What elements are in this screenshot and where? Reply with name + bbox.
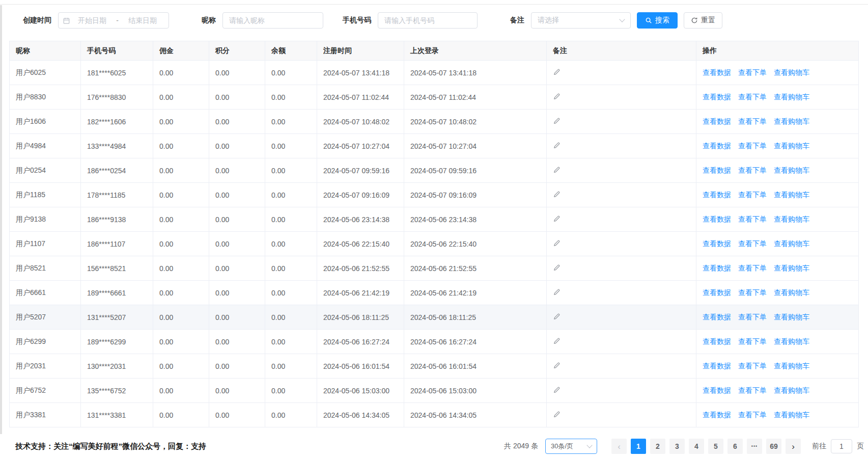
edit-remark-icon[interactable] [553,386,561,394]
left-scrollbar[interactable] [0,5,2,434]
remark-select[interactable]: 请选择 [531,12,631,29]
view-orders-link[interactable]: 查看下单 [738,264,767,272]
prev-page-button[interactable]: ‹ [611,439,627,454]
page-button-6[interactable]: 6 [727,439,743,454]
view-orders-link[interactable]: 查看下单 [738,362,767,370]
edit-remark-icon[interactable] [553,93,561,100]
page-button-2[interactable]: 2 [650,439,665,454]
view-data-link[interactable]: 查看数据 [703,117,731,125]
view-data-link[interactable]: 查看数据 [703,288,731,297]
page-button-3[interactable]: 3 [669,439,685,454]
reset-button[interactable]: 重置 [684,12,722,29]
page-size-select[interactable]: 30条/页 [545,439,597,454]
view-cart-link[interactable]: 查看购物车 [774,142,809,150]
edit-remark-icon[interactable] [553,191,561,198]
view-data-link[interactable]: 查看数据 [703,93,731,101]
remark-cell [547,281,696,305]
view-cart-link[interactable]: 查看购物车 [774,93,809,101]
view-data-link[interactable]: 查看数据 [703,239,731,248]
next-page-button[interactable]: › [786,439,801,454]
view-data-link[interactable]: 查看数据 [703,386,731,394]
view-cart-link[interactable]: 查看购物车 [774,239,809,248]
view-cart-link[interactable]: 查看购物车 [774,68,809,76]
view-cart-link[interactable]: 查看购物车 [774,313,809,321]
view-orders-link[interactable]: 查看下单 [738,337,767,345]
view-data-link[interactable]: 查看数据 [703,142,731,150]
actions-cell: 查看数据查看下单查看购物车 [696,256,859,281]
view-orders-link[interactable]: 查看下单 [738,166,767,174]
view-orders-link[interactable]: 查看下单 [738,288,767,297]
page-button-4[interactable]: 4 [689,439,704,454]
nickname-input[interactable] [222,12,323,29]
search-button[interactable]: 搜索 [637,12,678,29]
edit-remark-icon[interactable] [553,142,561,149]
edit-remark-icon[interactable] [553,337,561,345]
view-orders-link[interactable]: 查看下单 [738,386,767,394]
view-data-link[interactable]: 查看数据 [703,264,731,272]
view-data-link[interactable]: 查看数据 [703,215,731,223]
table-row: 用户4984133****49840.000.000.002024-05-07 … [10,134,859,158]
edit-remark-icon[interactable] [553,215,561,223]
points-cell: 0.00 [209,232,265,256]
start-date-input[interactable] [70,16,114,25]
view-orders-link[interactable]: 查看下单 [738,117,767,125]
view-cart-link[interactable]: 查看购物车 [774,386,809,394]
view-orders-link[interactable]: 查看下单 [738,142,767,150]
view-cart-link[interactable]: 查看购物车 [774,191,809,199]
view-orders-link[interactable]: 查看下单 [738,239,767,248]
nickname-cell: 用户1107 [10,232,81,256]
view-orders-link[interactable]: 查看下单 [738,93,767,101]
view-cart-link[interactable]: 查看购物车 [774,264,809,272]
view-cart-link[interactable]: 查看购物车 [774,362,809,370]
view-cart-link[interactable]: 查看购物车 [774,411,809,419]
phone-cell: 176****8830 [81,85,153,110]
view-orders-link[interactable]: 查看下单 [738,68,767,76]
view-cart-link[interactable]: 查看购物车 [774,288,809,297]
view-orders-link[interactable]: 查看下单 [738,313,767,321]
edit-remark-icon[interactable] [553,166,561,174]
view-data-link[interactable]: 查看数据 [703,166,731,174]
view-data-link[interactable]: 查看数据 [703,313,731,321]
view-cart-link[interactable]: 查看购物车 [774,215,809,223]
view-data-link[interactable]: 查看数据 [703,337,731,345]
edit-remark-icon[interactable] [553,288,561,296]
edit-remark-icon[interactable] [553,68,561,76]
commission-cell: 0.00 [153,330,209,354]
table-row: 用户3381131****33810.000.000.002024-05-06 … [10,403,859,427]
view-data-link[interactable]: 查看数据 [703,191,731,199]
view-data-link[interactable]: 查看数据 [703,68,731,76]
edit-remark-icon[interactable] [553,264,561,272]
end-date-input[interactable] [121,16,164,25]
page-button-5[interactable]: 5 [708,439,723,454]
view-cart-link[interactable]: 查看购物车 [774,337,809,345]
nickname-cell: 用户8830 [10,85,81,110]
page-ellipsis-button[interactable]: ••• [747,439,762,454]
phone-input[interactable] [378,12,478,29]
remark-cell [547,61,696,85]
goto-page-input[interactable] [831,439,852,453]
page-button-1[interactable]: 1 [631,439,646,454]
col-header-phone: 手机号码 [81,41,153,61]
view-orders-link[interactable]: 查看下单 [738,411,767,419]
view-data-link[interactable]: 查看数据 [703,411,731,419]
balance-cell: 0.00 [265,281,317,305]
phone-cell: 186****9138 [81,207,153,232]
edit-remark-icon[interactable] [553,362,561,369]
date-range-picker[interactable]: - [58,12,169,29]
actions-cell: 查看数据查看下单查看购物车 [696,232,859,256]
edit-remark-icon[interactable] [553,117,561,125]
view-cart-link[interactable]: 查看购物车 [774,117,809,125]
actions-cell: 查看数据查看下单查看购物车 [696,379,859,403]
view-orders-link[interactable]: 查看下单 [738,215,767,223]
view-data-link[interactable]: 查看数据 [703,362,731,370]
nickname-cell: 用户2031 [10,354,81,379]
nickname-cell: 用户1185 [10,183,81,207]
edit-remark-icon[interactable] [553,313,561,320]
edit-remark-icon[interactable] [553,239,561,247]
view-cart-link[interactable]: 查看购物车 [774,166,809,174]
view-orders-link[interactable]: 查看下单 [738,191,767,199]
edit-remark-icon[interactable] [553,411,561,418]
page-button-69[interactable]: 69 [766,439,781,454]
remark-filter: 备注 请选择 [510,12,631,29]
table-row: 用户2031130****20310.000.000.002024-05-06 … [10,354,859,379]
